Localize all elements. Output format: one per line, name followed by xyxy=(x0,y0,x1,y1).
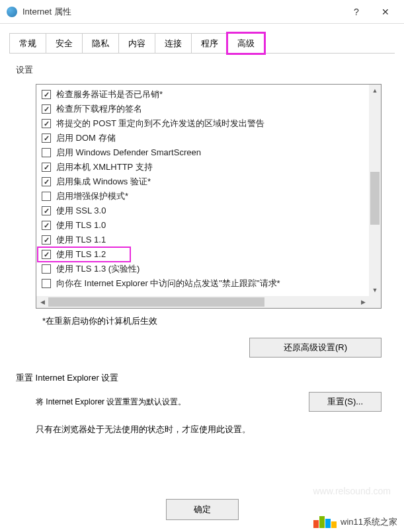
titlebar: Internet 属性 ? ✕ xyxy=(0,0,404,24)
watermark-url: www.relsound.com xyxy=(313,486,391,496)
scroll-left-icon[interactable]: ◀ xyxy=(36,296,48,308)
watermark-text: win11系统之家 xyxy=(341,516,397,528)
tab-bar: 常规 安全 隐私 内容 连接 程序 高级 xyxy=(0,24,404,54)
watermark-logo-icon xyxy=(313,516,337,528)
horizontal-scrollbar[interactable]: ◀ ▶ xyxy=(36,296,369,308)
checkbox[interactable] xyxy=(42,192,51,201)
checkbox[interactable] xyxy=(42,133,51,143)
checkbox-label: 使用 TLS 1.1 xyxy=(56,234,106,246)
reset-button[interactable]: 重置(S)... xyxy=(309,392,382,412)
checkbox-label: 启用增强保护模式* xyxy=(56,190,128,202)
list-item[interactable]: 使用 TLS 1.1 xyxy=(42,233,369,247)
tab-privacy[interactable]: 隐私 xyxy=(82,33,119,54)
checkbox-label: 启用集成 Windows 验证* xyxy=(56,176,151,188)
list-item[interactable]: 将提交的 POST 重定向到不允许发送的区域时发出警告 xyxy=(42,116,369,131)
settings-list[interactable]: 检查服务器证书是否已吊销*检查所下载程序的签名将提交的 POST 重定向到不允许… xyxy=(36,85,369,296)
help-button[interactable]: ? xyxy=(342,2,371,22)
checkbox-label: 启用本机 XMLHTTP 支持 xyxy=(56,161,153,173)
scroll-down-icon[interactable]: ▼ xyxy=(369,284,381,296)
vscroll-thumb[interactable] xyxy=(370,172,380,225)
checkbox[interactable] xyxy=(42,148,51,157)
checkbox[interactable] xyxy=(42,163,51,172)
checkbox[interactable] xyxy=(42,119,51,128)
tab-content[interactable]: 内容 xyxy=(118,33,155,54)
tab-general[interactable]: 常规 xyxy=(9,33,46,54)
checkbox[interactable] xyxy=(42,104,51,114)
checkbox[interactable] xyxy=(42,279,51,288)
scroll-corner xyxy=(369,296,381,308)
restore-defaults-button[interactable]: 还原高级设置(R) xyxy=(249,338,382,358)
list-item[interactable]: 向你在 Internet Explorer 中访问的站点发送"禁止跟踪"请求* xyxy=(42,276,369,291)
reset-section-label: 重置 Internet Explorer 设置 xyxy=(16,372,388,384)
list-item[interactable]: 使用 TLS 1.0 xyxy=(42,218,369,233)
checkbox[interactable] xyxy=(42,264,51,274)
list-item[interactable]: 启用 DOM 存储 xyxy=(42,131,369,145)
list-item[interactable]: 检查所下载程序的签名 xyxy=(42,102,369,116)
tab-connections[interactable]: 连接 xyxy=(155,33,192,54)
checkbox-label: 启用 DOM 存储 xyxy=(56,132,116,144)
list-item[interactable]: 启用 Windows Defender SmartScreen xyxy=(42,145,369,160)
list-item[interactable]: 启用增强保护模式* xyxy=(42,189,369,204)
reset-description: 将 Internet Explorer 设置重置为默认设置。 xyxy=(36,397,186,408)
close-button[interactable]: ✕ xyxy=(371,2,400,22)
list-item[interactable]: 检查服务器证书是否已吊销* xyxy=(42,87,369,102)
checkbox[interactable] xyxy=(42,221,51,230)
restart-note: *在重新启动你的计算机后生效 xyxy=(42,315,388,327)
list-item[interactable]: 启用本机 XMLHTTP 支持 xyxy=(42,160,369,174)
scroll-right-icon[interactable]: ▶ xyxy=(357,296,369,308)
checkbox-label: 启用 Windows Defender SmartScreen xyxy=(56,147,201,159)
scroll-up-icon[interactable]: ▲ xyxy=(369,85,381,96)
ie-icon xyxy=(7,7,17,17)
checkbox[interactable] xyxy=(42,235,51,245)
reset-warning: 只有在浏览器处于无法使用的状态时，才应使用此设置。 xyxy=(36,424,388,436)
checkbox[interactable] xyxy=(42,206,51,215)
checkbox-label: 向你在 Internet Explorer 中访问的站点发送"禁止跟踪"请求* xyxy=(56,278,280,289)
checkbox[interactable] xyxy=(42,177,51,186)
checkbox-label: 将提交的 POST 重定向到不允许发送的区域时发出警告 xyxy=(56,118,264,130)
vertical-scrollbar[interactable]: ▲ ▼ xyxy=(369,85,381,296)
checkbox-label: 使用 TLS 1.0 xyxy=(56,219,106,231)
checkbox[interactable] xyxy=(42,90,51,99)
ok-button[interactable]: 确定 xyxy=(166,499,239,520)
content-area: 设置 检查服务器证书是否已吊销*检查所下载程序的签名将提交的 POST 重定向到… xyxy=(0,54,404,442)
checkbox-label: 使用 SSL 3.0 xyxy=(56,205,106,217)
checkbox[interactable] xyxy=(42,250,51,259)
checkbox-label: 使用 TLS 1.2 xyxy=(56,248,106,260)
settings-listbox: 检查服务器证书是否已吊销*检查所下载程序的签名将提交的 POST 重定向到不允许… xyxy=(36,84,382,309)
list-item[interactable]: 使用 SSL 3.0 xyxy=(42,204,369,218)
list-item[interactable]: 使用 TLS 1.2 xyxy=(38,247,130,262)
list-item[interactable]: 使用 TLS 1.3 (实验性) xyxy=(42,262,369,276)
list-item[interactable]: 启用集成 Windows 验证* xyxy=(42,174,369,189)
hscroll-thumb[interactable] xyxy=(48,297,264,307)
checkbox-label: 检查所下载程序的签名 xyxy=(56,103,142,115)
checkbox-label: 检查服务器证书是否已吊销* xyxy=(56,89,163,100)
settings-label: 设置 xyxy=(16,64,388,76)
checkbox-label: 使用 TLS 1.3 (实验性) xyxy=(56,263,140,275)
tab-security[interactable]: 安全 xyxy=(46,33,83,54)
tab-programs[interactable]: 程序 xyxy=(191,33,228,54)
tab-advanced[interactable]: 高级 xyxy=(227,33,264,54)
window-title: Internet 属性 xyxy=(22,6,342,18)
watermark: win11系统之家 xyxy=(307,512,404,532)
